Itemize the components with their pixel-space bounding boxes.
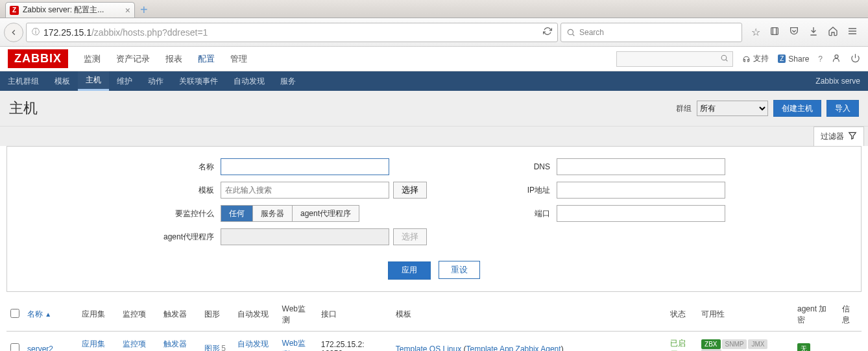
support-link[interactable]: 支持 <box>742 53 769 64</box>
svg-point-3 <box>835 54 838 58</box>
filter-apply-button[interactable]: 应用 <box>388 261 431 280</box>
subnav-correlation[interactable]: 关联项事件 <box>171 71 226 91</box>
subnav-templates[interactable]: 模板 <box>47 71 78 91</box>
zabbix-topnav: ZABBIX 监测 资产记录 报表 配置 管理 支持 Z Share ? <box>0 47 868 71</box>
template-link[interactable]: Template App Zabbix Agent <box>466 345 561 352</box>
web-link[interactable]: Web监测 <box>282 339 306 352</box>
group-select[interactable]: 所有 <box>697 101 768 116</box>
headset-icon <box>742 54 751 63</box>
col-name[interactable]: 名称 ▲ <box>23 298 78 332</box>
browser-search[interactable]: Search <box>561 23 742 42</box>
nav-reports[interactable]: 报表 <box>159 47 189 71</box>
col-apps[interactable]: 应用集 <box>78 298 119 332</box>
new-tab-button[interactable]: + <box>135 3 153 18</box>
user-icon[interactable] <box>832 53 841 65</box>
col-info[interactable]: 信息 <box>838 298 862 332</box>
filter-tab-label: 过滤器 <box>821 131 844 142</box>
template-link[interactable]: Template OS Linux <box>396 345 461 352</box>
col-iface[interactable]: 接口 <box>317 298 392 332</box>
subnav-host-groups[interactable]: 主机群组 <box>0 71 47 91</box>
nav-configuration[interactable]: 配置 <box>191 47 221 71</box>
home-icon[interactable] <box>828 26 838 39</box>
pocket-icon[interactable] <box>789 26 799 39</box>
svg-point-0 <box>568 29 573 34</box>
discovery-link[interactable]: 自动发现 <box>237 339 269 348</box>
reload-icon[interactable] <box>543 27 555 38</box>
url-text: 172.25.15.1/zabbix/hosts.php?ddreset=1 <box>43 27 208 38</box>
col-avail[interactable]: 可用性 <box>697 298 793 332</box>
filter-template-input[interactable] <box>221 182 389 199</box>
filter-name-input[interactable] <box>221 158 389 175</box>
zabbix-logo[interactable]: ZABBIX <box>8 49 68 68</box>
browser-tab[interactable]: Z Zabbix server: 配置主... × <box>5 2 135 18</box>
nav-administration[interactable]: 管理 <box>224 47 254 71</box>
filter-template-select-button[interactable]: 选择 <box>393 182 427 199</box>
col-web[interactable]: Web监测 <box>278 298 317 332</box>
filter-dns-input[interactable] <box>557 158 725 175</box>
subnav-maintenance[interactable]: 维护 <box>109 71 140 91</box>
select-all-checkbox[interactable] <box>10 309 19 318</box>
subnav-actions[interactable]: 动作 <box>140 71 171 91</box>
create-host-button[interactable]: 创建主机 <box>773 100 821 117</box>
close-tab-icon[interactable]: × <box>125 6 130 15</box>
zabbix-favicon: Z <box>10 6 19 15</box>
nav-inventory[interactable]: 资产记录 <box>110 47 156 71</box>
status-link[interactable]: 已启用 <box>670 339 686 352</box>
col-discovery[interactable]: 自动发现 <box>234 298 278 332</box>
interface-cell: 172.25.15.2: 10050 <box>317 331 392 351</box>
row-checkbox[interactable] <box>10 343 19 351</box>
share-link[interactable]: Z Share <box>778 54 809 64</box>
tab-title: Zabbix server: 配置主... <box>23 5 104 16</box>
svg-point-2 <box>721 55 727 60</box>
monitor-opt-any[interactable]: 任何 <box>221 206 253 221</box>
bookmark-icon[interactable]: ☆ <box>751 26 760 39</box>
nav-monitoring[interactable]: 监测 <box>77 47 107 71</box>
filter-icon <box>848 131 857 142</box>
zabbix-subnav: 主机群组 模板 主机 维护 动作 关联项事件 自动发现 服务 Zabbix se… <box>0 71 868 91</box>
filter-ip-input[interactable] <box>557 182 725 199</box>
col-templates[interactable]: 模板 <box>392 298 667 332</box>
search-icon <box>720 54 729 64</box>
col-graphs[interactable]: 图形 <box>200 298 234 332</box>
avail-badge-jmx: JMX <box>748 339 767 349</box>
topnav-menu: 监测 资产记录 报表 配置 管理 <box>77 47 254 71</box>
filter-tab[interactable]: 过滤器 <box>814 127 864 146</box>
filter-reset-button[interactable]: 重设 <box>439 261 480 279</box>
filter-port-label: 端口 <box>479 208 557 219</box>
menu-icon[interactable] <box>847 26 858 39</box>
col-enc[interactable]: agent 加密 <box>793 298 838 332</box>
zabbix-search[interactable] <box>616 51 733 67</box>
downloads-icon[interactable] <box>808 26 819 39</box>
apps-link[interactable]: 应用集 <box>82 339 105 348</box>
monitor-opt-agent[interactable]: agent代理程序 <box>293 206 359 221</box>
availability-cell: ZBXSNMPJMXIPMI <box>697 331 793 351</box>
power-icon[interactable] <box>850 53 860 65</box>
triggers-link[interactable]: 触发器 <box>163 339 187 348</box>
monitor-opt-server[interactable]: 服务器 <box>253 206 293 221</box>
col-status[interactable]: 状态 <box>666 298 697 332</box>
url-bar[interactable]: ⓘ 172.25.15.1/zabbix/hosts.php?ddreset=1 <box>26 23 558 42</box>
site-info-icon[interactable]: ⓘ <box>32 27 40 38</box>
subnav-hosts[interactable]: 主机 <box>78 71 109 91</box>
subnav-services[interactable]: 服务 <box>272 71 304 91</box>
filter-proxy-label: agent代理程序 <box>143 232 221 243</box>
col-triggers[interactable]: 触发器 <box>160 298 200 332</box>
items-link[interactable]: 监控项 <box>123 339 146 348</box>
hosts-table-wrap: 名称 ▲ 应用集 监控项 触发器 图形 自动发现 Web监测 接口 模板 状态 … <box>6 298 862 352</box>
help-icon[interactable]: ? <box>818 54 823 64</box>
graphs-link[interactable]: 图形 <box>204 344 220 351</box>
host-name-link[interactable]: server2 <box>27 345 53 352</box>
back-button[interactable] <box>4 23 23 42</box>
graphs-count: 5 <box>221 344 226 351</box>
library-icon[interactable] <box>769 26 780 39</box>
import-button[interactable]: 导入 <box>826 100 859 117</box>
filter-port-input[interactable] <box>557 205 725 222</box>
svg-rect-1 <box>771 27 778 34</box>
avail-badge-ipmi: IPMI <box>701 349 721 352</box>
templates-cell: Template OS Linux (Template App Zabbix A… <box>392 331 667 351</box>
page-title: 主机 <box>9 99 38 118</box>
avail-badge-zbx: ZBX <box>701 339 720 349</box>
subnav-discovery[interactable]: 自动发现 <box>226 71 272 91</box>
col-items[interactable]: 监控项 <box>119 298 160 332</box>
info-cell <box>838 331 862 351</box>
